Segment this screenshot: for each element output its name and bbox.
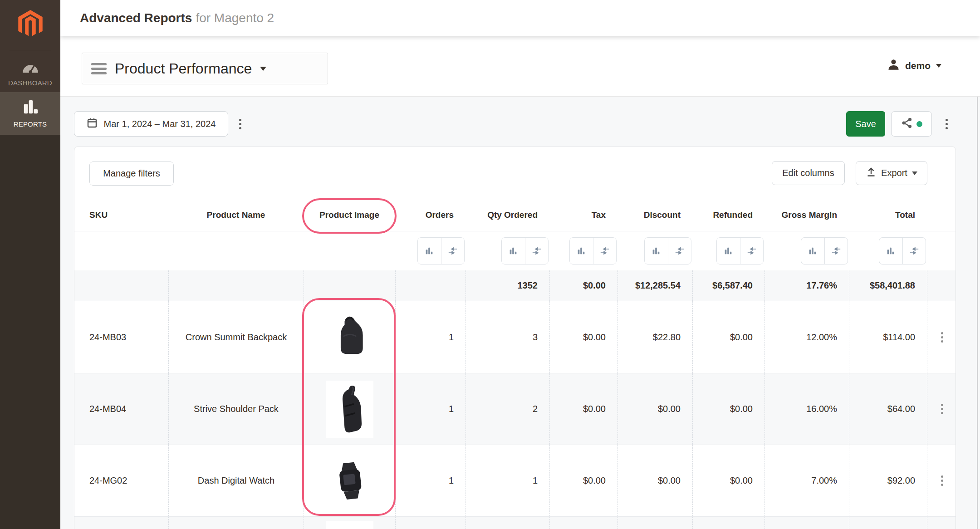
- cell-product-name: Strive Shoulder Pack: [168, 373, 304, 445]
- summary-qty-ordered: 1352: [466, 270, 549, 301]
- cell-actions: [927, 301, 956, 373]
- username: demo: [905, 60, 931, 71]
- table-row: 24-MG02 Dash Digital Watch 1 1 $0.00: [74, 445, 956, 517]
- compare-arrows-icon[interactable]: [593, 238, 617, 264]
- column-header-discount[interactable]: Discount: [617, 199, 692, 231]
- advanced-reports-screen: DASHBOARD REPORTS Advanced Reportsfor Ma…: [0, 0, 980, 529]
- cell-product-name: Crown Summit Backpack: [168, 301, 304, 373]
- bar-chart-icon: [23, 99, 38, 117]
- share-icon: [901, 117, 913, 131]
- column-header-qty-ordered[interactable]: Qty Ordered: [466, 199, 549, 231]
- shoulder-pack-photo: [326, 381, 373, 438]
- compare-arrows-icon[interactable]: [668, 238, 691, 264]
- export-label: Export: [881, 168, 907, 178]
- cell-refunded: $0.00: [692, 301, 764, 373]
- mini-bar-chart-icon[interactable]: [645, 238, 668, 264]
- calendar-icon: [87, 118, 98, 131]
- export-icon: [866, 167, 877, 180]
- backpack-photo: [326, 309, 373, 365]
- sidebar: DASHBOARD REPORTS: [0, 0, 60, 529]
- cell-orders: 1: [395, 373, 466, 445]
- compare-arrows-icon[interactable]: [525, 238, 549, 264]
- column-header-refunded[interactable]: Refunded: [692, 199, 764, 231]
- cell-orders: 1: [395, 445, 466, 516]
- cell-gross-margin: 12.00%: [764, 301, 849, 373]
- sidebar-item-label: REPORTS: [14, 120, 47, 128]
- column-header-sku[interactable]: SKU: [74, 199, 168, 231]
- column-header-total[interactable]: Total: [849, 199, 927, 231]
- cell-qty-ordered: 1: [466, 445, 549, 516]
- compare-arrows-icon[interactable]: [441, 238, 465, 264]
- column-tools-row: [74, 231, 956, 270]
- report-selector-dropdown[interactable]: Product Performance: [82, 53, 328, 84]
- sidebar-item-reports[interactable]: REPORTS: [0, 92, 60, 135]
- compare-arrows-icon[interactable]: [902, 238, 926, 264]
- summary-image: [304, 270, 395, 301]
- compare-arrows-icon[interactable]: [740, 238, 764, 264]
- mini-bar-chart-icon[interactable]: [717, 238, 740, 264]
- sidebar-background: [0, 135, 60, 529]
- page-subtitle: for Magento 2: [196, 11, 274, 25]
- product-photo: [326, 521, 373, 529]
- cell-product-image: [304, 373, 395, 445]
- column-header-product-image[interactable]: Product Image: [304, 199, 395, 231]
- page-title: Advanced Reportsfor Magento 2: [80, 11, 274, 25]
- row-actions-kebab-icon[interactable]: [938, 473, 946, 489]
- cell-discount: $0.00: [617, 373, 692, 445]
- cell-refunded: $0.00: [692, 373, 764, 445]
- menu-icon: [91, 63, 107, 74]
- summary-actions: [927, 270, 956, 301]
- cell-sku: 24-MB04: [74, 373, 168, 445]
- manage-filters-button[interactable]: Manage filters: [89, 162, 174, 186]
- export-button[interactable]: Export: [856, 161, 927, 185]
- user-menu[interactable]: demo: [887, 59, 941, 73]
- date-options-kebab-icon[interactable]: [236, 116, 244, 132]
- share-status-dot: [916, 121, 922, 127]
- scrollbar[interactable]: [977, 97, 978, 529]
- summary-total: $58,401.88: [849, 270, 927, 301]
- cell-discount: $0.00: [617, 445, 692, 516]
- cell-refunded: $0.00: [692, 445, 764, 516]
- summary-tax: $0.00: [549, 270, 617, 301]
- sidebar-divider: [10, 51, 51, 51]
- report-selector-label: Product Performance: [115, 60, 252, 77]
- cell-product-image: [304, 445, 395, 516]
- table-row: 24-MB04 Strive Shoulder Pack 1 2 $0.00 $…: [74, 373, 956, 445]
- date-range-button[interactable]: Mar 1, 2024 – Mar 31, 2024: [74, 111, 228, 137]
- chevron-down-icon: [912, 171, 917, 175]
- column-header-orders[interactable]: Orders: [395, 199, 466, 231]
- cell-qty-ordered: 3: [466, 301, 549, 373]
- report-options-kebab-icon[interactable]: [943, 116, 951, 132]
- mini-bar-chart-icon[interactable]: [570, 238, 593, 264]
- compare-arrows-icon[interactable]: [824, 238, 848, 264]
- mini-bar-chart-icon[interactable]: [879, 238, 902, 264]
- cell-actions: [927, 445, 956, 516]
- cell-orders: 1: [395, 301, 466, 373]
- row-actions-kebab-icon[interactable]: [938, 401, 946, 417]
- column-header-tax[interactable]: Tax: [549, 199, 617, 231]
- cell-total: $114.00: [849, 301, 927, 373]
- edit-columns-button[interactable]: Edit columns: [772, 161, 845, 185]
- column-header-gross-margin[interactable]: Gross Margin: [764, 199, 849, 231]
- row-actions-kebab-icon[interactable]: [938, 329, 946, 345]
- cell-product-image: [304, 301, 395, 373]
- cell-gross-margin: 16.00%: [764, 373, 849, 445]
- cell-sku: 24-MB03: [74, 301, 168, 373]
- sidebar-item-dashboard[interactable]: DASHBOARD: [0, 58, 60, 89]
- cell-discount: $22.80: [617, 301, 692, 373]
- cell-qty-ordered: 2: [466, 373, 549, 445]
- cell-total: $92.00: [849, 445, 927, 516]
- column-header-actions: [927, 199, 956, 231]
- cell-tax: $0.00: [549, 373, 617, 445]
- mini-bar-chart-icon[interactable]: [418, 238, 441, 264]
- summary-name: [168, 270, 304, 301]
- save-button[interactable]: Save: [846, 111, 885, 137]
- mini-bar-chart-icon[interactable]: [502, 238, 525, 264]
- column-header-product-name[interactable]: Product Name: [168, 199, 304, 231]
- mini-bar-chart-icon[interactable]: [801, 238, 824, 264]
- cell-sku: 24-MG02: [74, 445, 168, 516]
- summary-orders: [395, 270, 466, 301]
- summary-discount: $12,285.54: [617, 270, 692, 301]
- magento-logo[interactable]: [0, 10, 60, 38]
- share-button[interactable]: [891, 111, 932, 137]
